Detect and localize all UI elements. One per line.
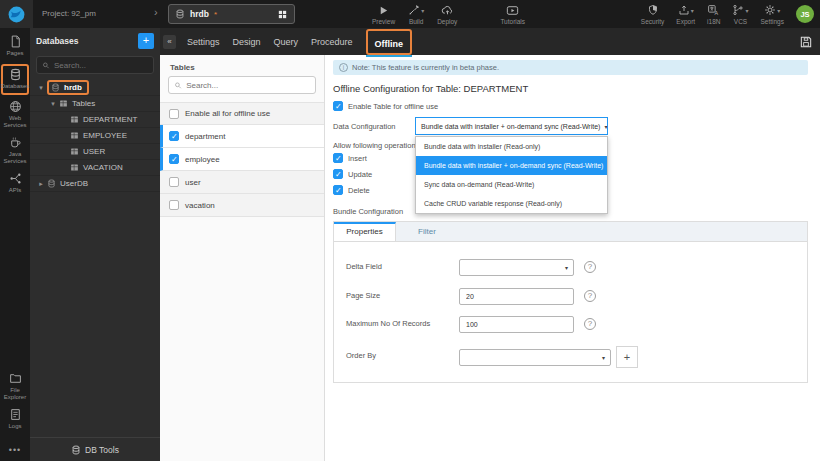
checkbox-unchecked[interactable] <box>169 177 179 187</box>
entity-selector[interactable]: hrdb * <box>168 4 295 24</box>
build-tools-icon <box>408 4 420 16</box>
dropdown-option[interactable]: Cache CRUD variable response (Read-only) <box>416 194 607 213</box>
help-icon[interactable]: ? <box>584 318 596 330</box>
checkbox-checked[interactable] <box>333 101 343 111</box>
settings-button[interactable]: ▾ Settings <box>761 4 785 25</box>
table-toggle-vacation[interactable]: vacation <box>160 194 324 217</box>
sidebar-item-logs[interactable]: Logs <box>1 408 29 430</box>
db-tools-button[interactable]: DB Tools <box>30 437 160 461</box>
page-size-input[interactable] <box>459 288 574 305</box>
vcs-button[interactable]: ▾ VCS <box>732 4 748 25</box>
tab-filter[interactable]: Filter <box>396 222 458 241</box>
tab-query[interactable]: Query <box>274 37 299 47</box>
branch-icon <box>732 4 744 16</box>
add-order-by-button[interactable]: + <box>616 346 638 368</box>
folder-icon <box>9 372 22 385</box>
i18n-button[interactable]: i18N <box>707 4 720 25</box>
save-icon[interactable] <box>799 35 813 49</box>
bundle-tabs: Properties Filter <box>334 222 807 242</box>
tables-search[interactable] <box>168 76 316 94</box>
tree-item-department[interactable]: DEPARTMENT <box>30 112 160 128</box>
max-records-label: Maximum No Of Records <box>346 319 430 328</box>
delta-field-select[interactable]: ▾ <box>459 259 574 276</box>
database-icon <box>9 68 22 81</box>
table-toggle-employee[interactable]: employee <box>160 148 324 171</box>
chevron-down-icon: ▾ <box>421 7 424 14</box>
grid-view-icon[interactable] <box>277 9 288 20</box>
data-configuration-select[interactable]: Bundle data with installer + on-demand s… <box>415 117 608 135</box>
tree-item-employee[interactable]: EMPLOYEE <box>30 128 160 144</box>
sidebar-item-file-explorer[interactable]: File Explorer <box>1 372 29 401</box>
cloud-upload-icon <box>441 4 454 17</box>
checkbox-checked[interactable] <box>169 131 179 141</box>
operation-update-row[interactable]: Update <box>333 169 372 179</box>
operation-insert-row[interactable]: Insert <box>333 153 367 163</box>
build-button[interactable]: ▾ Build <box>408 4 424 25</box>
dropdown-option[interactable]: Sync data on-demand (Read-Write) <box>416 175 607 194</box>
tables-search-input[interactable] <box>186 81 310 90</box>
page-title: Offline Configuration for Table: DEPARTM… <box>333 83 528 94</box>
tutorials-button[interactable]: Tutorials <box>500 4 525 25</box>
sidebar-item-databases[interactable]: Databases <box>1 64 29 95</box>
deploy-button[interactable]: Deploy <box>437 4 457 25</box>
tree-item-user[interactable]: USER <box>30 144 160 160</box>
data-configuration-dropdown: Bundle data with installer (Read-only) B… <box>415 136 608 214</box>
caret-down-icon[interactable]: ▾ <box>37 84 45 92</box>
tab-procedure[interactable]: Procedure <box>311 37 353 47</box>
topbar-right-actions: Security ▾ Export i18N ▾ VCS ▾ Settings … <box>641 0 814 28</box>
checkbox-checked[interactable] <box>333 169 343 179</box>
collapse-panel-button[interactable]: « <box>163 35 176 49</box>
caret-down-icon[interactable]: ▾ <box>49 100 57 108</box>
chevron-down-icon: ▾ <box>691 7 694 14</box>
chevron-down-icon: ▾ <box>745 7 748 14</box>
wavemaker-logo[interactable] <box>0 0 33 28</box>
dropdown-option-selected[interactable]: Bundle data with installer + on-demand s… <box>416 156 607 175</box>
max-records-input[interactable] <box>459 316 574 333</box>
tab-design[interactable]: Design <box>233 37 261 47</box>
table-toggle-department[interactable]: department <box>160 125 324 148</box>
shield-icon <box>647 4 659 16</box>
operation-delete-row[interactable]: Delete <box>333 185 370 195</box>
caret-right-icon[interactable]: ▸ <box>37 180 45 188</box>
preview-button[interactable]: Preview <box>372 4 395 25</box>
database-search[interactable] <box>36 56 154 74</box>
enable-table-checkbox-row[interactable]: Enable Table for offline use <box>333 101 438 111</box>
select-arrow-icon: ▾ <box>561 264 568 271</box>
table-toggle-user[interactable]: user <box>160 171 324 194</box>
order-by-group: ▾ + <box>459 346 638 368</box>
enable-all-toggle[interactable]: Enable all for offline use <box>160 102 324 125</box>
checkbox-checked[interactable] <box>169 154 179 164</box>
help-icon[interactable]: ? <box>584 290 596 302</box>
table-icon <box>59 99 68 108</box>
tree-item-hrdb[interactable]: ▾ hrdb <box>30 80 160 96</box>
bundle-configuration-panel: Properties Filter Delta Field ▾ ? Page S… <box>333 221 808 383</box>
order-by-label: Order By <box>346 351 376 360</box>
order-by-select[interactable]: ▾ <box>459 349 611 366</box>
checkbox-checked[interactable] <box>333 153 343 163</box>
dropdown-option[interactable]: Bundle data with installer (Read-only) <box>416 137 607 156</box>
add-database-button[interactable]: + <box>138 33 154 49</box>
tree-item-userdb[interactable]: ▸ UserDB <box>30 176 160 192</box>
tree-item-tables[interactable]: ▾ Tables <box>30 96 160 112</box>
checkbox-unchecked[interactable] <box>169 200 179 210</box>
help-icon[interactable]: ? <box>584 261 596 273</box>
database-search-input[interactable] <box>54 61 148 70</box>
checkbox-unchecked[interactable] <box>169 109 179 119</box>
database-icon <box>51 83 60 92</box>
db-tools-icon <box>71 445 81 455</box>
data-configuration-label: Data Configuration <box>333 122 396 131</box>
tab-settings[interactable]: Settings <box>187 37 220 47</box>
sidebar-item-java-services[interactable]: Java Services <box>1 136 29 165</box>
export-button[interactable]: ▾ Export <box>676 4 695 25</box>
sidebar-item-web-services[interactable]: Web Services <box>1 100 29 129</box>
document-icon <box>9 408 22 421</box>
tab-properties[interactable]: Properties <box>334 222 396 241</box>
tab-offline[interactable]: Offline <box>375 39 404 49</box>
more-options-button[interactable]: ••• <box>9 445 21 455</box>
user-avatar[interactable]: JS <box>796 5 814 23</box>
security-button[interactable]: Security <box>641 4 664 25</box>
tree-item-vacation[interactable]: VACATION <box>30 160 160 176</box>
sidebar-item-apis[interactable]: APIs <box>1 172 29 194</box>
checkbox-checked[interactable] <box>333 185 343 195</box>
sidebar-item-pages[interactable]: Pages <box>1 35 29 57</box>
